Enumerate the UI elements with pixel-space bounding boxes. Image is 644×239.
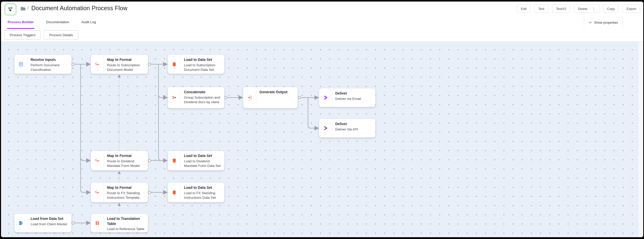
node-title: Map to Format <box>107 57 145 62</box>
node-subtitle: Load to Dividend Mandate Form Data Set <box>184 159 221 168</box>
node-subtitle: Load to Reference Table <box>107 227 145 232</box>
node-map-to-format-fx[interactable]: Map to Format Route to FX Standing Instr… <box>91 182 148 202</box>
node-subtitle: Group Subscription and Dividend docs by … <box>184 95 221 105</box>
node-load-from-dataset[interactable]: Load from Data Set Load from Client Mast… <box>14 214 72 232</box>
deliver-icon <box>319 88 332 107</box>
node-title: Load to Data Set <box>184 185 221 190</box>
node-deliver-email[interactable]: Deliver Deliver via Email <box>319 88 375 107</box>
node-title: Load to Data Set <box>184 153 221 158</box>
node-subtitle: Load to Subscription Document Data Set <box>184 63 221 72</box>
database-icon <box>168 151 181 170</box>
database-icon <box>168 183 181 202</box>
route-icon <box>91 183 104 202</box>
node-title: Load from Data Set <box>31 216 68 221</box>
merge-icon <box>168 87 181 108</box>
node-subtitle: Perform Document Classification <box>31 63 68 72</box>
node-map-to-format-subscription[interactable]: Map to Format Route to Subscription Docu… <box>91 55 148 74</box>
header-actions: Edit Test TestV2 Delete ⋮ Copy Export <box>517 5 640 13</box>
button-divider <box>589 7 590 11</box>
app-screen: Receive Inputs Perform Document Classifi… <box>1 2 643 237</box>
route-icon <box>91 55 104 74</box>
testv2-button[interactable]: TestV2 <box>552 5 570 13</box>
process-details-button[interactable]: Process Details <box>44 30 78 40</box>
tab-documentation[interactable]: Documentation <box>46 16 70 29</box>
node-subtitle: Deliver via Email <box>335 97 372 101</box>
node-load-dataset-subscription[interactable]: Load to Data Set Load to Subscription Do… <box>168 55 224 74</box>
node-title: Receive Inputs <box>31 57 68 62</box>
vertical-scrollbar[interactable] <box>638 30 643 237</box>
show-properties-toggle[interactable]: Show properties <box>584 16 623 29</box>
tab-process-builder[interactable]: Process Builder <box>7 16 34 29</box>
folder-icon <box>20 6 26 12</box>
node-receive-inputs[interactable]: Receive Inputs Perform Document Classifi… <box>14 55 72 74</box>
node-title: Deliver <box>335 122 372 127</box>
database-icon <box>168 55 181 74</box>
node-subtitle: Deliver Via API <box>335 127 372 132</box>
node-title: Load to Translation Table <box>107 216 145 226</box>
flow-icon <box>7 6 14 12</box>
node-title: Concatenate <box>184 90 221 95</box>
copy-button[interactable]: Copy <box>603 5 619 13</box>
node-load-dataset-dividend[interactable]: Load to Data Set Load to Dividend Mandat… <box>168 151 224 170</box>
window-frame: Receive Inputs Perform Document Classifi… <box>0 0 644 239</box>
node-title: Map to Format <box>107 185 145 190</box>
route-icon <box>91 151 104 170</box>
node-title: Deliver <box>335 91 372 96</box>
builder-toolbar: Process Triggers Process Details <box>1 29 643 42</box>
node-subtitle: Route to Dividend Mandate Form Model <box>107 159 145 168</box>
node-concatenate[interactable]: Concatenate Group Subscription and Divid… <box>168 87 224 108</box>
page-title: Document Automation Process Flow <box>31 5 127 12</box>
process-triggers-button[interactable]: Process Triggers <box>4 30 41 40</box>
node-subtitle: Load to FX Standing Instructions Data Se… <box>184 191 221 200</box>
tab-bar: Process Builder Documentation Audit Log … <box>1 16 643 29</box>
node-title: Load to Data Set <box>184 57 221 62</box>
node-subtitle: Load from Client Master <box>31 222 68 227</box>
deliver-icon <box>319 119 332 137</box>
more-options-icon[interactable]: ⋮ <box>592 7 595 10</box>
test-button[interactable]: Test <box>534 5 548 13</box>
database-out-icon <box>15 214 28 232</box>
tab-audit-log[interactable]: Audit Log <box>81 16 97 29</box>
node-title: Map to Format <box>107 153 145 158</box>
node-generate-output[interactable]: Generate Output <box>243 87 298 108</box>
edit-button[interactable]: Edit <box>517 5 530 13</box>
document-icon <box>15 55 28 74</box>
breadcrumb-separator: / <box>27 5 29 11</box>
node-subtitle: Route to Subscription Document Model <box>107 63 145 72</box>
node-load-translation-table[interactable]: Load to Translation Table Load to Refere… <box>91 214 148 232</box>
delete-button[interactable]: Delete ⋮ <box>574 5 599 13</box>
node-load-dataset-fx[interactable]: Load to Data Set Load to FX Standing Ins… <box>168 182 224 202</box>
process-app-icon <box>5 4 16 15</box>
node-map-to-format-dividend[interactable]: Map to Format Route to Dividend Mandate … <box>91 151 148 170</box>
node-subtitle: Route to FX Standing Instructions Templa… <box>107 191 145 200</box>
app-header: / Document Automation Process Flow Edit … <box>1 2 643 16</box>
node-deliver-api[interactable]: Deliver Deliver Via API <box>319 119 375 138</box>
table-icon <box>91 214 104 232</box>
chevron-down-icon <box>589 21 592 23</box>
output-icon <box>243 87 256 108</box>
export-button[interactable]: Export <box>622 5 640 13</box>
node-title: Generate Output <box>259 90 294 95</box>
